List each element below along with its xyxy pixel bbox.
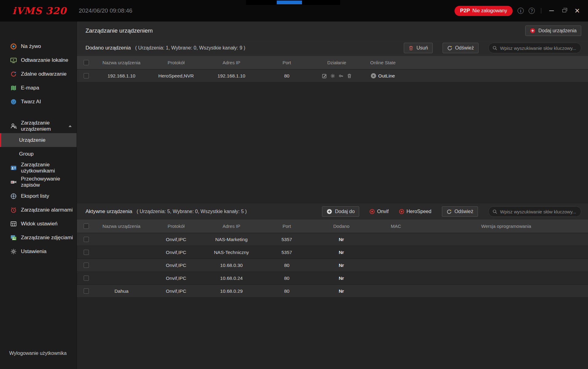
sidebar-item-label: Zarządzanie alarmami [21, 207, 73, 213]
sidebar-item-settings-view[interactable]: Widok ustawień [0, 217, 77, 231]
delete-trash-icon[interactable] [347, 73, 352, 78]
app-window: iVMS 320 2024/06/20 09:08:46 P2P Nie zal… [0, 0, 588, 369]
column-header-port: Port [258, 60, 315, 65]
picture-management-icon [10, 234, 17, 241]
active-devices-section: Aktywne urządzenia ( Urządzenia: 5, Wybr… [77, 204, 588, 298]
p2p-status-badge[interactable]: P2P Nie zalogowany [455, 6, 513, 16]
active-devices-toolbar: Aktywne urządzenia ( Urządzenia: 5, Wybr… [77, 204, 588, 220]
device-port: 5357 [258, 250, 315, 255]
sidebar-item-device-management[interactable]: Zarządzanie urządzeniem [0, 119, 77, 133]
emap-icon [10, 85, 17, 91]
taskbar-peek-highlight [277, 1, 302, 4]
device-ip: 10.68.0.24 [205, 276, 258, 281]
row-checkbox[interactable] [84, 250, 89, 255]
device-protocol: Onvif,IPC [148, 276, 205, 281]
radio-icon [399, 209, 404, 214]
column-header-online-state: Online State [358, 60, 407, 65]
config-gear-icon[interactable] [330, 73, 335, 78]
sidebar-item-local-playback[interactable]: Odtwarzanie lokalne [0, 53, 77, 67]
active-device-row[interactable]: Onvif,IPCNAS-Techniczny5357Nr [77, 246, 588, 259]
column-header-ip: Adres IP [205, 224, 258, 229]
herospeed-radio[interactable]: HeroSpeed [399, 209, 431, 214]
offline-status-icon: × [371, 73, 376, 78]
sidebar-item-record-storage[interactable]: Przechowywanie zapisów [0, 175, 77, 189]
active-refresh-label: Odśwież [455, 209, 473, 214]
device-added: Nr [315, 288, 368, 294]
device-ip: 192.168.1.10 [205, 73, 258, 79]
sidebar-item-group[interactable]: Group [0, 147, 77, 161]
minimize-icon [549, 10, 554, 11]
active-device-row[interactable]: Onvif,IPC10.68.0.2480Nr [77, 272, 588, 285]
sidebar-item-emap[interactable]: E-mapa [0, 81, 77, 95]
maximize-button[interactable] [560, 7, 568, 15]
active-device-row[interactable]: DahuaOnvif,IPC10.68.0.2980Nr [77, 285, 588, 298]
empty-area [77, 82, 588, 204]
edit-icon[interactable] [322, 73, 327, 78]
refresh-button[interactable]: Odśwież [443, 43, 479, 53]
row-checkbox[interactable] [84, 276, 89, 281]
added-devices-tbody: 192.168.1.10HeroSpeed,NVR192.168.1.1080×… [77, 69, 588, 82]
column-header-port: Port [258, 224, 315, 229]
device-added: Nr [315, 250, 368, 255]
add-device-label: Dodaj urządzenia [538, 28, 577, 34]
device-port: 80 [258, 288, 315, 294]
active-devices-header-row: Nazwa urządzenia Protokół Adres IP Port … [77, 220, 588, 233]
password-key-icon[interactable] [339, 73, 344, 78]
sidebar-nav: Na żywoOdtwarzanie lokalneZdalne odtwarz… [0, 22, 77, 258]
device-protocol: Onvif,IPC [148, 288, 205, 294]
sidebar-item-picture-management[interactable]: Zarządzanie zdjęciami [0, 231, 77, 244]
close-button[interactable]: × [573, 7, 581, 15]
select-all-checkbox[interactable] [84, 60, 89, 65]
sidebar-item-remote-playback[interactable]: Zdalne odtwarzanie [0, 67, 77, 81]
sidebar-item-device[interactable]: Urządzenie [0, 133, 77, 147]
sidebar-item-label: Zarządzanie zdjęciami [21, 235, 73, 241]
row-checkbox[interactable] [84, 288, 89, 294]
sidebar-item-live[interactable]: Na żywo [0, 39, 77, 53]
onvif-radio[interactable]: Onvif [370, 209, 388, 214]
device-protocol: HeroSpeed,NVR [148, 73, 205, 79]
column-header-ip: Adres IP [205, 60, 258, 65]
add-to-button[interactable]: Dodaj do [322, 206, 359, 217]
row-checkbox[interactable] [84, 73, 89, 78]
titlebar-divider [541, 8, 541, 14]
select-all-checkbox[interactable] [84, 224, 89, 229]
added-search-input[interactable] [500, 46, 577, 51]
device-ip: 10.68.0.29 [205, 288, 258, 294]
sidebar-item-label: Na żywo [21, 43, 41, 50]
onvif-radio-label: Onvif [377, 209, 388, 214]
sidebar-item-user-management[interactable]: Zarządzanie użytkownikami [0, 161, 77, 175]
active-device-row[interactable]: Onvif,IPCNAS-Marketing5357Nr [77, 233, 588, 246]
column-header-added: Dodano [315, 224, 368, 229]
help-icon[interactable]: ? [529, 8, 535, 14]
remote-playback-icon [10, 71, 17, 77]
delete-label: Usuń [416, 45, 428, 51]
device-port: 5357 [258, 237, 315, 242]
info-icon[interactable]: i [518, 8, 524, 14]
sidebar-item-export-list[interactable]: Eksport listy [0, 189, 77, 203]
delete-button[interactable]: Usuń [404, 43, 432, 53]
device-management-icon [10, 123, 17, 129]
sidebar-item-alarm-management[interactable]: Zarządzanie alarmami [0, 203, 77, 217]
row-checkbox[interactable] [84, 237, 89, 242]
device-ip: NAS-Techniczny [205, 250, 258, 255]
add-device-button[interactable]: Dodaj urządzenia [525, 26, 581, 36]
page-title: Zarządzanie urządzeniem [85, 27, 153, 34]
sidebar-item-settings[interactable]: Ustawienia [0, 244, 77, 258]
sidebar-item-label: Twarz AI [21, 99, 41, 105]
active-devices-summary: ( Urządzenia: 5, Wybrane: 0, Wszystkie k… [137, 209, 247, 214]
row-checkbox[interactable] [84, 263, 89, 268]
sidebar-item-label: Urządzenie [19, 137, 46, 143]
added-search-box[interactable] [488, 43, 581, 53]
sidebar-item-label: Ustawienia [21, 248, 46, 255]
minimize-button[interactable] [547, 7, 555, 15]
active-search-input[interactable] [500, 209, 577, 214]
logout-button[interactable]: Wylogowanie użytkownika [0, 345, 77, 369]
export-list-icon [10, 193, 17, 200]
added-device-row[interactable]: 192.168.1.10HeroSpeed,NVR192.168.1.1080×… [77, 69, 588, 82]
active-refresh-button[interactable]: Odśwież [442, 206, 478, 217]
sidebar-item-face-ai[interactable]: Twarz AI [0, 95, 77, 109]
sidebar-item-label: Zdalne odtwarzanie [21, 71, 66, 77]
active-device-row[interactable]: Onvif,IPC10.68.0.3080Nr [77, 259, 588, 272]
active-search-box[interactable] [488, 206, 581, 217]
search-icon [492, 46, 497, 50]
